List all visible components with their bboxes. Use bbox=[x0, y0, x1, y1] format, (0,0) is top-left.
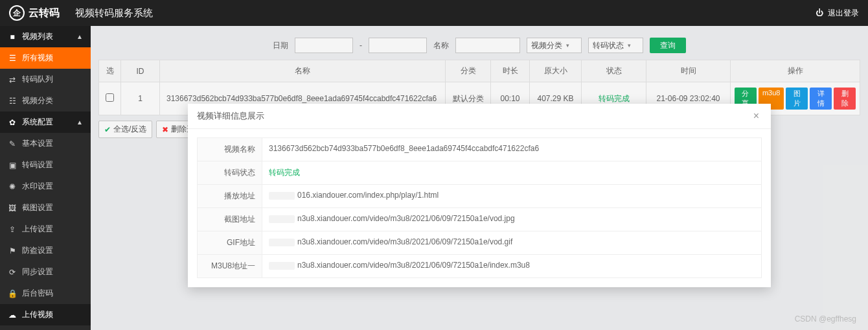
modal-row: GIF地址n3u8.xiandouer.com/video/m3u8/2021/… bbox=[197, 231, 762, 255]
sidebar-item-2[interactable]: ⇄转码队列 bbox=[0, 69, 91, 90]
sidebar-icon: ☷ bbox=[8, 97, 17, 106]
logout-button[interactable]: ⏻ 退出登录 bbox=[815, 8, 859, 19]
sidebar-icon: ☰ bbox=[8, 54, 17, 63]
sidebar-item-11[interactable]: ⟳同步设置 bbox=[0, 261, 91, 283]
system-title: 视频转码服务系统 bbox=[75, 7, 153, 19]
sidebar-item-0[interactable]: ■视频列表▲ bbox=[0, 26, 91, 47]
sidebar-item-6[interactable]: ▣转码设置 bbox=[0, 154, 91, 176]
redacted-prefix bbox=[269, 192, 295, 200]
sidebar-item-label: 水印设置 bbox=[22, 181, 53, 192]
topbar: 企 云转码 视频转码服务系统 ⏻ 退出登录 bbox=[0, 0, 868, 26]
modal-row-value: 016.xiandouer.com/index.php/play/1.html bbox=[262, 185, 761, 207]
chevron-icon: ▲ bbox=[76, 119, 83, 126]
sidebar-item-label: 所有视频 bbox=[22, 53, 53, 64]
sidebar-item-label: 上传视频 bbox=[22, 309, 53, 320]
modal-row: 播放地址016.xiandouer.com/index.php/play/1.h… bbox=[197, 184, 762, 208]
modal-row-value: n3u8.xiandouer.com/video/m3u8/2021/06/09… bbox=[262, 255, 761, 277]
modal-title: 视频详细信息展示 bbox=[197, 110, 264, 122]
sidebar-icon: ▣ bbox=[8, 161, 17, 170]
watermark: CSDN @egffhesg bbox=[795, 314, 856, 324]
modal-row-value: 转码完成 bbox=[262, 161, 761, 184]
sidebar-item-label: 截图设置 bbox=[22, 202, 53, 213]
modal-row-label: M3U8地址一 bbox=[198, 255, 262, 277]
modal-row-value: 3136673d562bcb74d933ba577b0e6df8_8eee1ad… bbox=[262, 138, 761, 161]
brand-text: 云转码 bbox=[29, 6, 60, 20]
modal-mask: 视频详细信息展示 × 视频名称3136673d562bcb74d933ba577… bbox=[91, 26, 868, 330]
sidebar-item-13[interactable]: ☁上传视频 bbox=[0, 304, 91, 325]
modal-row: 截图地址n3u8.xiandouer.com/video/m3u8/2021/0… bbox=[197, 207, 762, 231]
sidebar-item-label: 后台密码 bbox=[22, 288, 53, 299]
logout-label: 退出登录 bbox=[828, 8, 859, 19]
sidebar-item-10[interactable]: ⚑防盗设置 bbox=[0, 240, 91, 261]
sidebar: ■视频列表▲☰所有视频⇄转码队列☷视频分类✿系统配置▲✎基本设置▣转码设置✺水印… bbox=[0, 26, 91, 330]
modal-row-label: 视频名称 bbox=[198, 138, 262, 161]
sidebar-item-4[interactable]: ✿系统配置▲ bbox=[0, 112, 91, 133]
redacted-prefix bbox=[269, 215, 295, 223]
logo: 企 云转码 bbox=[9, 5, 60, 21]
sidebar-icon: ☁ bbox=[8, 311, 17, 320]
sidebar-icon: 🖼 bbox=[8, 204, 17, 213]
sidebar-icon: ⇪ bbox=[8, 225, 17, 234]
modal-row-value: n3u8.xiandouer.com/video/m3u8/2021/06/09… bbox=[262, 208, 761, 231]
sidebar-item-label: 转码队列 bbox=[22, 74, 53, 85]
modal-row-label: GIF地址 bbox=[198, 231, 262, 254]
sidebar-item-8[interactable]: 🖼截图设置 bbox=[0, 197, 91, 218]
modal-body: 视频名称3136673d562bcb74d933ba577b0e6df8_8ee… bbox=[188, 129, 771, 287]
sidebar-icon: ⟳ bbox=[8, 268, 17, 277]
modal-row: M3U8地址一n3u8.xiandouer.com/video/m3u8/202… bbox=[197, 254, 762, 278]
modal-row-label: 截图地址 bbox=[198, 208, 262, 231]
sidebar-item-5[interactable]: ✎基本设置 bbox=[0, 133, 91, 154]
chevron-icon: ▲ bbox=[76, 33, 83, 40]
redacted-prefix bbox=[269, 239, 295, 246]
sidebar-item-label: 系统配置 bbox=[22, 117, 53, 128]
modal-header: 视频详细信息展示 × bbox=[188, 104, 771, 129]
modal-row: 转码状态转码完成 bbox=[197, 161, 762, 185]
close-icon[interactable]: × bbox=[751, 110, 762, 122]
sidebar-item-1[interactable]: ☰所有视频 bbox=[0, 47, 91, 69]
redacted-prefix bbox=[269, 262, 295, 270]
sidebar-icon: ✺ bbox=[8, 182, 17, 191]
modal-row: 视频名称3136673d562bcb74d933ba577b0e6df8_8ee… bbox=[197, 137, 762, 161]
sidebar-item-12[interactable]: 🔒后台密码 bbox=[0, 283, 91, 304]
sidebar-item-label: 基本设置 bbox=[22, 138, 53, 149]
sidebar-icon: ✎ bbox=[8, 139, 17, 148]
sidebar-item-7[interactable]: ✺水印设置 bbox=[0, 176, 91, 197]
sidebar-item-label: 上传设置 bbox=[22, 224, 53, 235]
detail-modal: 视频详细信息展示 × 视频名称3136673d562bcb74d933ba577… bbox=[188, 104, 771, 287]
sidebar-item-label: 同步设置 bbox=[22, 266, 53, 277]
content: 日期 - 名称 视频分类 ▾ 转码状态 ▾ 查询 选 ID 名称 分 bbox=[91, 26, 868, 330]
sidebar-icon: 🔒 bbox=[8, 289, 17, 298]
sidebar-item-label: 视频分类 bbox=[22, 95, 53, 106]
sidebar-icon: ⇄ bbox=[8, 75, 17, 84]
sidebar-item-9[interactable]: ⇪上传设置 bbox=[0, 218, 91, 240]
sidebar-item-label: 防盗设置 bbox=[22, 245, 53, 256]
sidebar-icon: ⚑ bbox=[8, 246, 17, 255]
logo-icon: 企 bbox=[9, 5, 25, 21]
sidebar-item-label: 视频列表 bbox=[22, 31, 53, 42]
modal-row-value: n3u8.xiandouer.com/video/m3u8/2021/06/09… bbox=[262, 231, 761, 254]
sidebar-icon: ✿ bbox=[8, 118, 17, 127]
sidebar-item-label: 转码设置 bbox=[22, 159, 53, 171]
power-icon: ⏻ bbox=[815, 8, 824, 18]
sidebar-icon: ■ bbox=[8, 32, 17, 41]
sidebar-item-3[interactable]: ☷视频分类 bbox=[0, 90, 91, 112]
modal-row-label: 转码状态 bbox=[198, 161, 262, 184]
modal-row-label: 播放地址 bbox=[198, 185, 262, 207]
